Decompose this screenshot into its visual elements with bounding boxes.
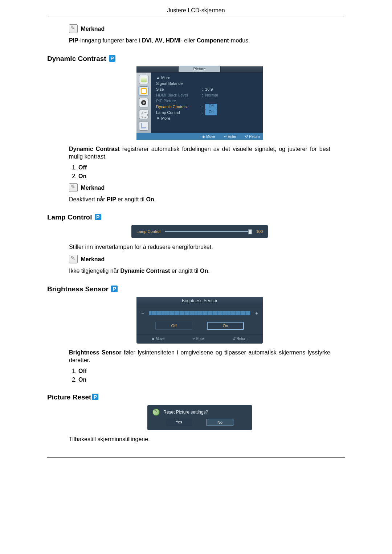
lc-note-text: Ikke tilgjengelig når Dynamic Contrast e… bbox=[69, 267, 330, 275]
osd-lc-thumb bbox=[248, 229, 252, 234]
p-badge-icon: P bbox=[95, 214, 101, 220]
osd-bs-on: On bbox=[207, 322, 244, 330]
note-label: Merknad bbox=[81, 185, 105, 191]
osd-signal-balance: Signal Balance bbox=[156, 81, 200, 86]
osd-foot-move: ◆ Move bbox=[202, 135, 215, 139]
osd-bs-minus: − bbox=[140, 310, 145, 316]
osd-brightness-sensor: Brightness Sensor − + Off On ◆ Move ↵ En… bbox=[136, 297, 263, 344]
intro-note-text: PIP-inngang fungerer bare i DVI, AV, HDM… bbox=[69, 37, 330, 45]
osd-pip-picture: PIP Picture bbox=[156, 98, 200, 104]
dc-option-off: Off bbox=[78, 164, 330, 171]
dc-options: Off On bbox=[69, 164, 330, 180]
note-icon bbox=[69, 183, 78, 192]
bs-description: Brightness Sensor føler lysintensiteten … bbox=[69, 349, 330, 364]
osd-sidebar-icon-5 bbox=[139, 121, 148, 131]
page-header: Justere LCD-skjermen bbox=[167, 7, 225, 13]
osd-sidebar-icon-1 bbox=[139, 75, 148, 84]
p-badge-icon: P bbox=[111, 286, 118, 292]
osd-bs-off: Off bbox=[155, 322, 192, 330]
dc-option-on: On bbox=[78, 173, 330, 180]
reset-icon bbox=[152, 409, 160, 416]
osd-bs-foot-enter: ↵ Enter bbox=[192, 337, 205, 341]
osd-lc-value: 100 bbox=[256, 229, 263, 234]
section-dynamic-contrast: Dynamic Contrast P bbox=[47, 55, 330, 63]
osd-lamp-control: Lamp Control 100 bbox=[131, 225, 268, 238]
osd-sidebar bbox=[136, 73, 151, 133]
section-brightness-sensor: Brightness Sensor P bbox=[47, 285, 330, 293]
section-picture-reset: Picture ResetP bbox=[47, 393, 330, 401]
osd-lamp-control-value: On bbox=[205, 110, 217, 115]
note-icon bbox=[69, 255, 78, 263]
osd-bs-plus: + bbox=[254, 310, 259, 316]
osd-tab-picture: Picture bbox=[179, 66, 221, 72]
dc-description: Dynamic Contrast registrerer automatisk … bbox=[69, 145, 330, 161]
osd-size-value: 16:9 bbox=[205, 86, 213, 92]
bs-option-off: Off bbox=[78, 368, 330, 374]
osd-pr-yes: Yes bbox=[166, 419, 192, 426]
osd-foot-enter: ↵ Enter bbox=[224, 135, 237, 139]
bs-option-on: On bbox=[78, 377, 330, 383]
note-label: Merknad bbox=[81, 256, 105, 262]
osd-foot-return: ↺ Return bbox=[245, 135, 260, 139]
pr-description: Tilbakestill skjerminnstillingene. bbox=[69, 435, 330, 443]
osd-sidebar-icon-3 bbox=[139, 98, 148, 107]
p-badge-icon: P bbox=[109, 55, 115, 62]
osd-dyn-contrast-value: Off bbox=[205, 104, 217, 110]
osd-more-down: ▼ More bbox=[156, 115, 200, 121]
osd-pr-question: Reset Picture settings? bbox=[163, 410, 208, 415]
osd-lamp-control-label: Lamp Control bbox=[156, 110, 200, 115]
osd-picture-reset: Reset Picture settings? Yes No bbox=[147, 405, 252, 430]
lc-description: Stiller inn inverterlampen for å reduser… bbox=[69, 243, 330, 251]
osd-sidebar-icon-4 bbox=[139, 110, 148, 119]
osd-dyn-contrast-label: Dynamic Contrast bbox=[156, 104, 200, 110]
osd-more-up: ▲ More bbox=[156, 75, 200, 81]
osd-bs-foot-return: ↺ Return bbox=[233, 337, 248, 341]
osd-bs-title: Brightness Sensor bbox=[136, 297, 263, 305]
section-lamp-control: Lamp Control P bbox=[47, 213, 330, 221]
osd-dynamic-contrast: Picture ▲ More Signal Balance Size : bbox=[136, 66, 263, 140]
osd-hdmi-black-value: Normal bbox=[205, 92, 218, 98]
osd-size-label: Size bbox=[156, 86, 200, 92]
osd-hdmi-black-label: HDMI Black Level bbox=[156, 92, 200, 98]
note-icon bbox=[69, 24, 78, 33]
osd-lc-label: Lamp Control bbox=[136, 229, 160, 234]
osd-bs-slider bbox=[149, 311, 250, 315]
osd-lc-slider bbox=[165, 231, 252, 232]
osd-pr-no: No bbox=[207, 419, 233, 426]
p-badge-icon: P bbox=[92, 394, 98, 400]
dc-note-text: Deaktivert når PIP er angitt til On. bbox=[69, 196, 330, 204]
osd-sidebar-icon-2 bbox=[139, 86, 148, 96]
intro-pip: PIP bbox=[69, 37, 78, 44]
osd-bs-foot-move: ◆ Move bbox=[152, 337, 164, 341]
bs-options: Off On bbox=[69, 368, 330, 383]
note-label: Merknad bbox=[81, 26, 105, 32]
